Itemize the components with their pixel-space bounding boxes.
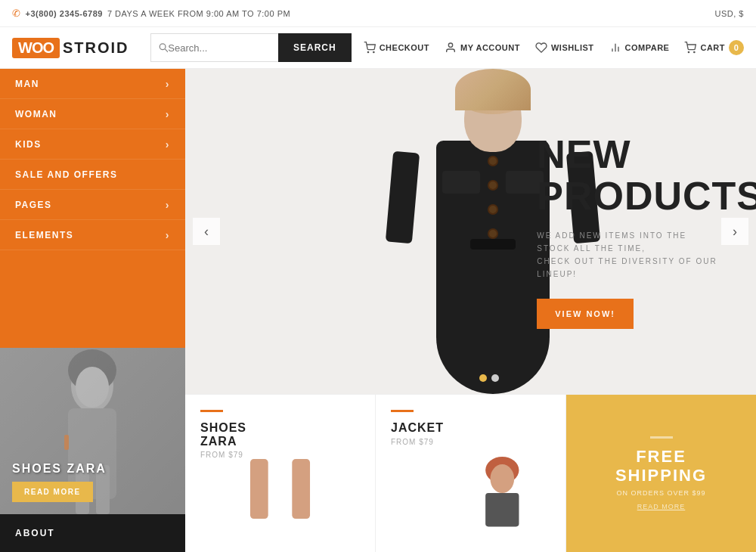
sidebar-item-kids[interactable]: KIDS ›	[0, 129, 185, 160]
compare-link[interactable]: COMPARE	[609, 42, 670, 54]
free-shipping-card: FREESHIPPING ON ORDERS OVER $99 READ MOR…	[566, 395, 756, 552]
sidebar-item-woman[interactable]: WOMAN ›	[0, 99, 185, 129]
hero-dot-1[interactable]	[479, 374, 487, 382]
free-shipping-link[interactable]: READ MORE	[637, 503, 686, 510]
product-name: JACKET	[391, 421, 550, 435]
hero-description: WE ADD NEW ITEMS INTO THE STOCK ALL THE …	[537, 229, 718, 281]
my-account-link[interactable]: MY ACCOUNT	[445, 42, 520, 54]
svg-rect-17	[64, 435, 69, 450]
checkout-link[interactable]: CHECKOUT	[364, 42, 429, 54]
header-nav: CHECKOUT MY ACCOUNT WISHLIST COMPARE CAR…	[364, 40, 744, 55]
sidebar-item-pages[interactable]: PAGES ›	[0, 190, 185, 220]
product-name: SHOESZARA	[200, 421, 360, 448]
hours-text: 7 DAYS A WEEK FROM 9:00 AM TO 7:00 PM	[107, 9, 290, 18]
hero-content: NEWPRODUCTS WE ADD NEW ITEMS INTO THE ST…	[499, 104, 756, 358]
hero-slider: NEWPRODUCTS WE ADD NEW ITEMS INTO THE ST…	[185, 69, 756, 394]
logo-woo: WOO	[12, 38, 60, 58]
sidebar-item-man[interactable]: MAN ›	[0, 69, 185, 99]
cart-icon	[684, 42, 696, 54]
hero-cta-button[interactable]: VIEW NOW!	[537, 299, 634, 329]
product-card-jacket: JACKET FROM $79	[376, 395, 566, 552]
svg-point-4	[448, 43, 452, 47]
shoes-image	[200, 459, 360, 537]
hero-next-button[interactable]: ›	[721, 218, 748, 245]
product-image-area	[200, 459, 360, 537]
cart-link[interactable]: CART 0	[684, 40, 744, 55]
svg-point-3	[373, 51, 373, 52]
contact-info: ✆ +3(800) 2345-6789 7 DAYS A WEEK FROM 9…	[12, 8, 290, 19]
checkout-icon	[364, 42, 376, 54]
chevron-right-icon: ›	[166, 199, 170, 211]
svg-point-8	[689, 51, 689, 52]
chevron-right-icon: ›	[166, 138, 170, 150]
promo-title: SHOES ZARA	[12, 461, 173, 476]
product-image-area	[391, 446, 550, 537]
header: WOO STROID SEARCH CHECKOUT MY ACCOUNT WI…	[0, 27, 756, 69]
product-from-label: FROM $79	[391, 438, 550, 446]
sidebar-item-elements[interactable]: ELEMENTS ›	[0, 220, 185, 250]
product-card-shoes: SHOESZARA FROM $79	[185, 395, 376, 552]
free-shipping-title: FREESHIPPING	[615, 448, 707, 484]
search-input[interactable]	[168, 42, 271, 54]
hero-dots	[479, 374, 499, 382]
content-area: NEWPRODUCTS WE ADD NEW ITEMS INTO THE ST…	[185, 69, 756, 552]
sidebar-nav: MAN › WOMAN › KIDS › SALE AND OFFERS PAG…	[0, 69, 185, 348]
products-row: SHOESZARA FROM $79 JACKET FROM $79	[185, 394, 756, 552]
sidebar-promo: SHOES ZARA READ MORE	[0, 348, 185, 514]
currency-selector[interactable]: USD, $	[715, 9, 744, 18]
search-button[interactable]: SEARCH	[278, 33, 352, 62]
accent-line	[650, 436, 673, 439]
hero-prev-button[interactable]: ‹	[193, 218, 220, 245]
phone-icon: ✆	[12, 8, 21, 19]
top-bar: ✆ +3(800) 2345-6789 7 DAYS A WEEK FROM 9…	[0, 0, 756, 27]
svg-point-21	[491, 464, 515, 493]
jacket-image	[454, 446, 550, 537]
compare-icon	[609, 42, 621, 54]
phone-number: +3(800) 2345-6789	[26, 9, 103, 18]
svg-point-2	[367, 51, 368, 52]
sidebar-about[interactable]: ABOUT	[0, 514, 185, 552]
accent-line	[391, 410, 414, 412]
svg-line-1	[165, 49, 168, 52]
svg-point-9	[694, 51, 695, 52]
svg-point-16	[76, 367, 109, 408]
svg-rect-18	[250, 459, 268, 519]
search-input-wrap	[150, 33, 278, 62]
promo-overlay: SHOES ZARA READ MORE	[12, 461, 173, 502]
hero-title: NEWPRODUCTS	[537, 134, 718, 216]
free-shipping-subtitle: ON ORDERS OVER $99	[616, 489, 705, 497]
accent-line	[200, 410, 223, 412]
svg-point-0	[160, 44, 166, 50]
product-from-label: FROM $79	[200, 451, 360, 459]
search-icon	[159, 42, 169, 53]
sidebar-item-sale[interactable]: SALE AND OFFERS	[0, 160, 185, 190]
logo-stroid: STROID	[63, 39, 129, 57]
svg-rect-22	[486, 493, 519, 526]
heart-icon	[535, 42, 547, 54]
account-icon	[445, 42, 457, 54]
chevron-right-icon: ›	[166, 108, 170, 120]
chevron-right-icon: ›	[166, 78, 170, 90]
promo-read-more-button[interactable]: READ MORE	[12, 482, 93, 502]
sidebar: MAN › WOMAN › KIDS › SALE AND OFFERS PAG…	[0, 69, 185, 552]
logo[interactable]: WOO STROID	[12, 38, 129, 58]
chevron-right-icon: ›	[166, 229, 170, 241]
svg-rect-19	[292, 459, 310, 519]
main-layout: MAN › WOMAN › KIDS › SALE AND OFFERS PAG…	[0, 69, 756, 552]
wishlist-link[interactable]: WISHLIST	[535, 42, 594, 54]
search-bar: SEARCH	[150, 33, 352, 62]
cart-badge: 0	[729, 40, 744, 55]
hero-dot-2[interactable]	[491, 374, 499, 382]
